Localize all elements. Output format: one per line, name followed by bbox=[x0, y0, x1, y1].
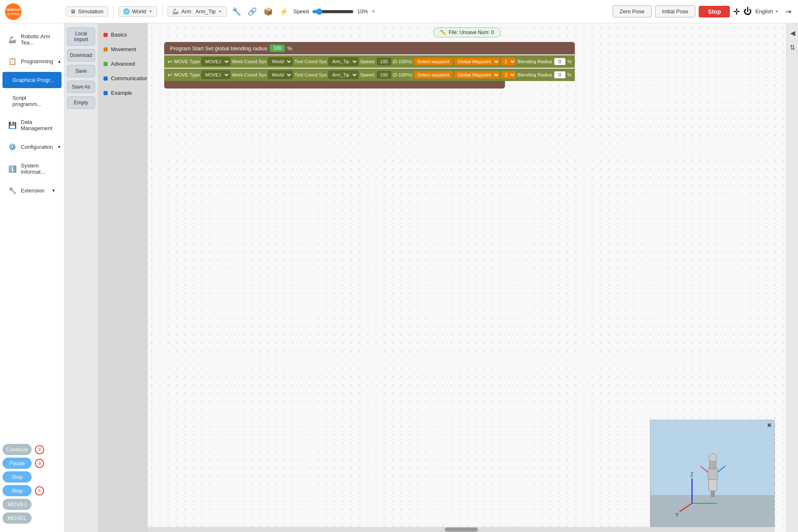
tool-icon-1[interactable]: 🔧 bbox=[232, 7, 241, 16]
lang-label: English bbox=[755, 8, 773, 15]
category-movement[interactable]: Movement bbox=[98, 42, 147, 57]
arm-tip-selector[interactable]: 🦾 Arm Arm_Tip ▼ bbox=[167, 6, 227, 17]
tool-icon-3[interactable]: 📦 bbox=[264, 7, 273, 16]
sidebar-label-configuration: Configuration bbox=[21, 144, 53, 150]
sidebar-item-programming[interactable]: 📋 Programming ▲ bbox=[2, 52, 62, 70]
work-coord-select-2[interactable]: World bbox=[268, 71, 293, 79]
example-dot bbox=[103, 91, 108, 95]
stop-header-button[interactable]: Stop bbox=[699, 6, 730, 17]
download-button[interactable]: Download bbox=[67, 49, 95, 62]
category-communication[interactable]: Communication bbox=[98, 71, 147, 86]
svg-text:睿尔曼智能: 睿尔曼智能 bbox=[7, 13, 20, 15]
waypoint-btn-1[interactable]: Select waypoint bbox=[414, 58, 453, 65]
programming-expand-icon: ▲ bbox=[57, 59, 62, 64]
sidebar-item-script-prog[interactable]: Script programm... bbox=[2, 90, 62, 112]
circle-1: ① bbox=[35, 486, 44, 495]
world-coord-selector[interactable]: 🌐 World ▼ bbox=[118, 6, 158, 17]
movej-row: MOVEJ bbox=[2, 499, 62, 510]
sidebar-item-extension[interactable]: 🔧 Extension ▼ bbox=[2, 182, 62, 200]
logout-button[interactable]: ⇥ bbox=[782, 6, 794, 17]
speed-label-1: Speed: bbox=[360, 59, 375, 64]
speed-slider[interactable] bbox=[312, 8, 354, 15]
tool-coord-label-2: Tool Coord Sys bbox=[294, 72, 327, 77]
local-import-button[interactable]: Local Import bbox=[67, 27, 95, 46]
basics-dot bbox=[103, 33, 108, 37]
move-type-select-2[interactable]: MOVEJ MOVEL bbox=[202, 71, 230, 79]
step-button[interactable]: Step bbox=[2, 485, 32, 496]
waypoint-num-select-2[interactable]: 3 2 bbox=[501, 71, 516, 79]
tool-icon-4[interactable]: ⚡ bbox=[279, 7, 288, 16]
main-layout: 🦾 Robotic Arm Tea... 📋 Programming ▲ Gra… bbox=[0, 23, 798, 532]
save-button[interactable]: Save bbox=[67, 65, 95, 77]
simulation-mode[interactable]: 🖥 Simulation bbox=[66, 6, 108, 17]
sidebar-item-graphical-prog[interactable]: Graphical Progr... bbox=[2, 72, 62, 88]
empty-button[interactable]: Empty bbox=[67, 96, 95, 109]
sidebar-item-system-info[interactable]: ℹ️ System Informat... bbox=[2, 158, 62, 180]
tool-coord-select-2[interactable]: Arm_Tip bbox=[328, 71, 358, 79]
sidebar-item-data-mgmt[interactable]: 💾 Data Management bbox=[2, 114, 62, 136]
tool-coord-label-1: Tool Coord Sys bbox=[294, 59, 327, 64]
continue-button[interactable]: Continue bbox=[2, 444, 32, 455]
save-as-button[interactable]: Save As bbox=[67, 81, 95, 93]
file-status-icon: ✏️ bbox=[440, 30, 446, 35]
blend-label-2: Blending Radius bbox=[517, 72, 552, 77]
speed-input-1[interactable] bbox=[377, 58, 391, 65]
global-radius-input[interactable] bbox=[270, 44, 285, 52]
canvas-scrollbar[interactable] bbox=[148, 527, 775, 532]
arm-tip-label: Arm bbox=[181, 8, 191, 15]
extension-icon: 🔧 bbox=[8, 187, 17, 195]
speed-label: Speed bbox=[293, 8, 309, 15]
radius-unit: % bbox=[287, 45, 292, 52]
canvas-area[interactable]: ✏️ File: Unsave Num: 0 Program Start Set… bbox=[148, 23, 786, 532]
waypoint-num-select-1[interactable]: 2 3 bbox=[501, 58, 516, 65]
waypoint-global-select-1[interactable]: Global Waypoint bbox=[454, 58, 500, 65]
tool-icon-2[interactable]: 🔗 bbox=[248, 7, 257, 16]
speed-area: Speed 10% ▼ bbox=[293, 8, 376, 15]
waypoint-btn-2[interactable]: Select waypoint bbox=[414, 71, 453, 79]
pause-row: Pause ③ bbox=[2, 458, 62, 469]
crosshair-icon[interactable]: ✛ bbox=[733, 7, 740, 17]
file-ops-panel: Local Import Download Save Save As Empty bbox=[64, 23, 98, 532]
zero-pose-button[interactable]: Zero Pose bbox=[613, 5, 652, 17]
canvas-scrollbar-thumb[interactable] bbox=[445, 527, 478, 532]
blend-input-1[interactable] bbox=[554, 58, 566, 65]
undo-icon-1[interactable]: ↩ bbox=[167, 58, 172, 65]
waypoint-global-select-2[interactable]: Global Waypoint bbox=[454, 71, 500, 79]
stop-button[interactable]: Stop bbox=[2, 471, 32, 483]
tool-coord-select-1[interactable]: Arm_Tip bbox=[328, 57, 358, 66]
category-advanced-label: Advanced bbox=[111, 61, 135, 67]
movel-button[interactable]: MOVEL bbox=[2, 512, 32, 524]
simulation-icon: 🖥 bbox=[70, 8, 76, 15]
undo-icon-2[interactable]: ↩ bbox=[167, 71, 172, 78]
svg-rect-13 bbox=[711, 491, 715, 497]
move-type-label-1: MOVE Type bbox=[174, 59, 200, 64]
viewport-close-icon[interactable]: ✖ bbox=[767, 422, 772, 429]
work-coord-select-1[interactable]: World bbox=[268, 57, 293, 66]
move-type-select-1[interactable]: MOVEJ MOVEL bbox=[202, 57, 230, 66]
category-example[interactable]: Example bbox=[98, 86, 147, 100]
circle-3: ③ bbox=[35, 459, 44, 468]
file-status-text: File: Unsave Num: 0 bbox=[449, 30, 494, 35]
initial-pose-button[interactable]: Initial Pose bbox=[655, 5, 696, 17]
category-basics[interactable]: Basics bbox=[98, 27, 147, 42]
arrow-up-down-icon[interactable]: ⇅ bbox=[788, 42, 797, 53]
svg-line-15 bbox=[718, 466, 725, 472]
arm-tip-chevron-icon: ▼ bbox=[218, 9, 222, 14]
arm-tip-icon: 🦾 bbox=[172, 8, 179, 15]
category-advanced[interactable]: Advanced bbox=[98, 57, 147, 71]
file-status-badge: ✏️ File: Unsave Num: 0 bbox=[433, 27, 501, 37]
power-icon[interactable]: ⏻ bbox=[744, 7, 752, 16]
sidebar-label-graphical-prog: Graphical Progr... bbox=[12, 77, 54, 83]
category-communication-label: Communication bbox=[111, 75, 148, 81]
header-right: Zero Pose Initial Pose Stop ✛ ⏻ English … bbox=[613, 5, 794, 17]
language-selector[interactable]: English ▼ bbox=[755, 8, 779, 15]
sidebar-item-robotic-arm[interactable]: 🦾 Robotic Arm Tea... bbox=[2, 28, 62, 51]
speed-input-2[interactable] bbox=[377, 71, 391, 79]
svg-rect-3 bbox=[650, 495, 775, 532]
pause-button[interactable]: Pause bbox=[2, 458, 32, 469]
viewport-3d: ✖ Z Y bbox=[650, 420, 775, 532]
movej-button[interactable]: MOVEJ bbox=[2, 499, 32, 510]
sidebar-item-configuration[interactable]: ⚙️ Configuration ▼ bbox=[2, 138, 62, 156]
arrow-left-icon[interactable]: ◀ bbox=[788, 27, 797, 39]
blend-input-2[interactable] bbox=[554, 71, 566, 79]
